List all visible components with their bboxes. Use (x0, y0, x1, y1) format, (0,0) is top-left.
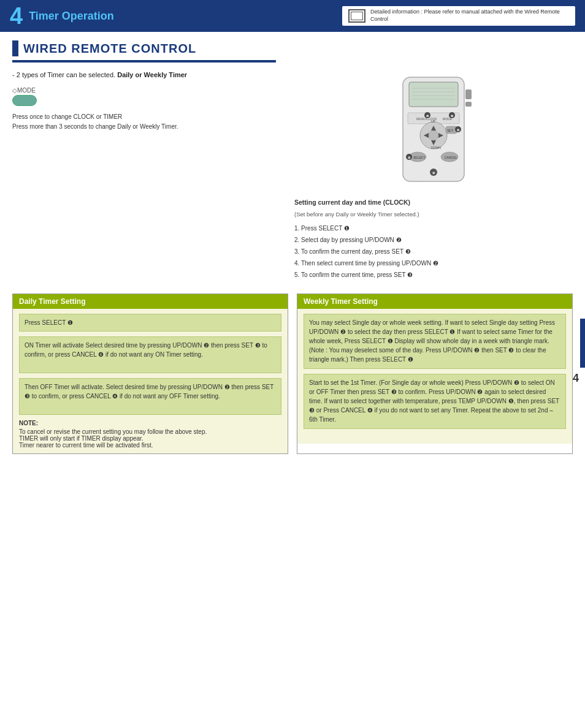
daily-step-2: ON Timer will activate Select desired ti… (19, 336, 281, 373)
page-title: Timer Operation (29, 10, 342, 23)
blue-underline (12, 60, 276, 63)
weekly-step-2: Start to set the 1st Timer. (For Single … (304, 374, 566, 429)
daily-timer-box: Daily Timer Setting Press SELECT ❶ ON Ti… (12, 294, 288, 454)
weekly-timer-header: Weekly Timer Setting (297, 294, 572, 309)
mode-button-icon (12, 95, 37, 106)
svg-text:UP: UP (431, 119, 436, 123)
mode-label: ◇MODE (12, 87, 276, 94)
daily-step-3: Then OFF Timer will activate. Select des… (19, 378, 281, 415)
svg-rect-1 (409, 82, 458, 107)
right-accent-bar (580, 319, 585, 368)
clock-setting: Setting current day and time (CLOCK) (Se… (294, 197, 573, 280)
page-number: 4 (573, 372, 579, 385)
right-column: MENU/CLOCK MODE UP SET ❶ (288, 71, 573, 281)
clock-step-4: 4. Then select current time by pressing … (294, 258, 573, 268)
clock-step-3: 3. To confirm the current day, press SET… (294, 246, 573, 257)
bottom-section: Daily Timer Setting Press SELECT ❶ ON Ti… (12, 294, 573, 454)
chapter-number: 4 (10, 4, 23, 28)
svg-point-16 (429, 131, 438, 140)
header-note-text: Detailed information : Please refer to m… (370, 9, 569, 23)
daily-timer-body: Press SELECT ❶ ON Timer will activate Se… (13, 309, 288, 453)
header-note-box: Detailed information : Please refer to m… (342, 6, 575, 25)
weekly-timer-body: You may select Single day or whole week … (297, 309, 572, 444)
page-header: 4 Timer Operation Detailed information :… (0, 0, 585, 32)
remote-icon (348, 9, 365, 23)
svg-rect-6 (465, 89, 472, 99)
svg-text:SELECT: SELECT (413, 156, 425, 159)
note-label: NOTE: (19, 420, 281, 427)
svg-rect-7 (465, 102, 472, 107)
weekly-timer-box: Weekly Timer Setting You may select Sing… (297, 294, 573, 454)
remote-illustration: MENU/CLOCK MODE UP SET ❶ (294, 71, 573, 194)
section-bar-accent (12, 40, 18, 56)
daily-step-1: Press SELECT ❶ (19, 314, 281, 332)
clock-step-2: 2. Select day by pressing UP/DOWN ❷ (294, 235, 573, 245)
timer-types-text: - 2 types of Timer can be selected. Dail… (12, 71, 276, 78)
left-column: - 2 types of Timer can be selected. Dail… (12, 71, 276, 281)
daily-timer-note: NOTE: To cancel or revise the current se… (19, 420, 281, 449)
weekly-step-1: You may select Single day or whole week … (304, 314, 566, 369)
daily-timer-header: Daily Timer Setting (13, 294, 288, 309)
mode-instructions: Press once to change CLOCK or TIMER Pres… (12, 112, 276, 132)
clock-step-1: 1. Press SELECT ❶ (294, 223, 573, 233)
svg-text:SET: SET (447, 129, 453, 132)
clock-title: Setting current day and time (CLOCK) (294, 197, 573, 208)
note-text: To cancel or revise the current setting … (19, 428, 281, 449)
clock-step-5: 5. To confirm the current time, press SE… (294, 270, 573, 280)
section-title: WIRED REMOTE CONTROL (23, 42, 196, 56)
svg-text:CANCEL: CANCEL (445, 156, 457, 159)
main-content: WIRED REMOTE CONTROL - 2 types of Timer … (0, 32, 585, 463)
top-section: - 2 types of Timer can be selected. Dail… (12, 71, 573, 281)
clock-subtitle: (Set before any Daily or Weekly Timer se… (294, 210, 573, 219)
section-title-row: WIRED REMOTE CONTROL (12, 40, 573, 56)
remote-svg: MENU/CLOCK MODE UP SET ❶ (372, 71, 495, 194)
svg-text:DOWN: DOWN (431, 146, 441, 150)
